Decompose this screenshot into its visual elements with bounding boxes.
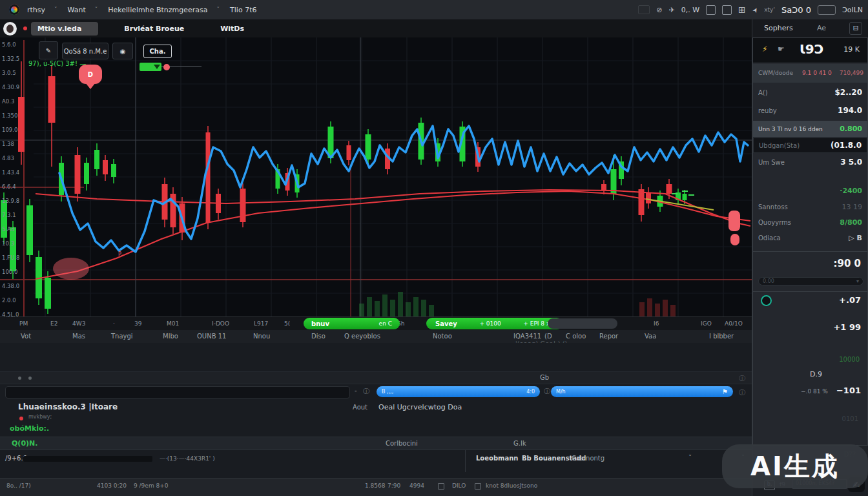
sell-button[interactable]: Savey + 0100 + EPI 8 x2	[426, 318, 563, 329]
price-axis-label: 5.6.0	[2, 41, 16, 48]
price-axis-label: 4.83	[2, 155, 14, 161]
menu-item-4[interactable]: Tlio 7t6	[230, 6, 256, 14]
price-axis-label: 100.0	[2, 269, 17, 275]
status-item: 7:90	[388, 482, 400, 489]
status-item: 8o.. /17)	[6, 482, 31, 489]
tab-watchlist[interactable]: Mtio v.leda	[31, 22, 98, 36]
status-item: DILO	[452, 482, 466, 489]
info-icon: ⓘ	[739, 374, 745, 383]
slash-icon[interactable]: ⊘	[656, 6, 662, 14]
avatar[interactable]	[3, 22, 17, 36]
price-axis-label: 1.350	[2, 112, 17, 119]
bottom-tab[interactable]: (D	[544, 333, 552, 340]
sidebar-row[interactable]: Unn 3 Tl nv 0 16 dden0.800	[753, 121, 867, 137]
bottom-tab[interactable]: Mas	[72, 333, 85, 340]
drag-dot-icon[interactable]	[18, 377, 21, 380]
candlestick-chart[interactable]: D97), u-5(C) 3#! —P,5.6.01.32.53.0.54.30…	[0, 37, 752, 316]
price-axis-label: 5.Ad	[2, 226, 14, 232]
bottom-tab[interactable]: Diso	[311, 333, 326, 340]
pointer-icon[interactable]: ☛	[778, 45, 785, 54]
workspace-tabbar: Mtio v.leda Brvléat Broeue WitDs	[0, 19, 752, 38]
menu-item-1[interactable]: rthsy	[27, 6, 45, 14]
sell-label: Savey	[435, 320, 457, 327]
menu-item-3[interactable]: Hekellielmhe Btnzmgeerasa	[108, 6, 207, 14]
scrollbar-handle[interactable]	[548, 318, 617, 329]
plane-icon[interactable]: ✈	[669, 6, 675, 14]
faded-green-value: 10000	[839, 356, 860, 363]
panel-gb-label: Gb	[540, 374, 549, 381]
topbar-counter: 0,. W	[681, 6, 699, 14]
checkbox-icon[interactable]	[475, 483, 481, 490]
green-status-text[interactable]: obóMkl̀o:.	[10, 424, 49, 433]
bottom-tab[interactable]: C oloo	[566, 333, 586, 340]
panel-subheading-1[interactable]: Aout	[353, 404, 367, 411]
row-value: 8/800	[840, 218, 862, 227]
order-col-3[interactable]: Caelnontg	[572, 455, 604, 462]
price-axis-label: 1.38	[2, 141, 14, 147]
checkbox-icon[interactable]	[438, 483, 444, 490]
status-item: 4103 0:20	[97, 482, 127, 489]
dropdown-icon: ▾	[856, 278, 859, 284]
topbar-user-label[interactable]: ƆoILN	[842, 6, 863, 14]
draw-tool-button[interactable]: ✎	[39, 41, 58, 59]
order-col-1[interactable]: Loeobmann	[476, 455, 518, 462]
candle	[646, 192, 651, 203]
tab-broker[interactable]: Brvléat Broeue	[124, 25, 184, 33]
chevron-down-icon: ˇ	[95, 6, 98, 13]
candle	[111, 164, 116, 177]
bolt-icon[interactable]: ⚡	[762, 45, 767, 54]
price-axis-label: 109.0	[2, 127, 17, 133]
symbol-button[interactable]: QoSá 8 n.M.e	[62, 43, 108, 59]
subheader-value-1: 9.1 0 41 0	[802, 70, 832, 76]
band-right-label: G.Ik	[513, 440, 526, 447]
amount-slider[interactable]: 0.00 ▾	[758, 277, 863, 285]
tab-wits[interactable]: WitDs	[220, 25, 244, 33]
bottom-tab[interactable]: OUNB 11	[197, 333, 226, 340]
alert-text: mvkbwy;	[28, 414, 52, 420]
bottom-tab[interactable]: Nnou	[253, 333, 270, 340]
sidebar-row: Quoyyrms8/800	[753, 215, 867, 230]
price-slider[interactable]: M/h ⚑	[551, 386, 733, 397]
bottom-tab[interactable]: Repor	[599, 333, 618, 340]
chart-type-button[interactable]: Cha.	[143, 45, 172, 58]
status-ring-icon[interactable]	[761, 295, 772, 306]
bottom-tab[interactable]: Notoo	[433, 333, 452, 340]
buy-button[interactable]: bnuv en C	[304, 318, 400, 329]
quantity-slider[interactable]: B ,,,, 4:0	[377, 386, 540, 397]
panel-subheading-2[interactable]: Oeal Ugcrvelcwtog Doa	[378, 403, 462, 411]
bottom-tab[interactable]: IQA3411	[513, 333, 541, 340]
pnl-value-2: +1 99	[833, 322, 861, 332]
chart-canvas[interactable]: D97), u-5(C) 3#! —P,5.6.01.32.53.0.54.30…	[0, 37, 752, 316]
chart-type-label: Cha.	[149, 48, 165, 55]
sidebar-row[interactable]: Ubdgan(Sta)(01.8.0	[753, 138, 867, 153]
row-label: Ubdgan(Sta)	[759, 142, 800, 149]
bottom-tab[interactable]: Mlbo	[163, 333, 178, 340]
indicator-button[interactable]: ◉	[112, 43, 133, 59]
bottom-tab[interactable]: I blbber	[709, 333, 734, 340]
bottom-tab[interactable]: Tnaygi	[111, 333, 133, 340]
row-value: 194.0	[838, 106, 862, 115]
order-entry-input[interactable]	[5, 386, 350, 398]
grid-icon[interactable]: ⊞	[738, 5, 746, 15]
bottom-tab[interactable]: Q eeyoblos	[344, 333, 380, 340]
mid-value: D.9	[810, 370, 822, 378]
row-label: Um Swe	[758, 159, 785, 166]
window-icon[interactable]	[722, 5, 732, 15]
price-axis-label: 7.3.1	[2, 212, 16, 218]
bottom-tab[interactable]: Vaa	[645, 333, 656, 340]
band-left-label[interactable]: Q(0)N.	[12, 439, 37, 448]
order-dashes: —·(13·—·44X3R1' )	[160, 455, 215, 462]
minus-stepper[interactable]: -	[355, 387, 357, 394]
panel-toggle-button[interactable]: ⊟	[849, 22, 862, 35]
row-label: Unn 3 Tl nv 0 16 dden	[758, 126, 823, 132]
menu-item-2[interactable]: Want	[68, 6, 86, 14]
top-menubar: rthsy ˇ Want ˇ Hekellielmhe Btnzmgeerasa…	[0, 0, 868, 20]
window-ghost-icon	[638, 5, 650, 14]
window-icon[interactable]	[706, 5, 716, 15]
status-item: 9 /9em 8+0	[134, 482, 169, 489]
drag-dot-icon[interactable]	[28, 377, 32, 380]
bottom-tab[interactable]: Vot	[21, 333, 31, 340]
chevron-icon[interactable]: ˇ	[688, 455, 692, 462]
candle	[601, 184, 606, 191]
candle	[240, 189, 246, 222]
